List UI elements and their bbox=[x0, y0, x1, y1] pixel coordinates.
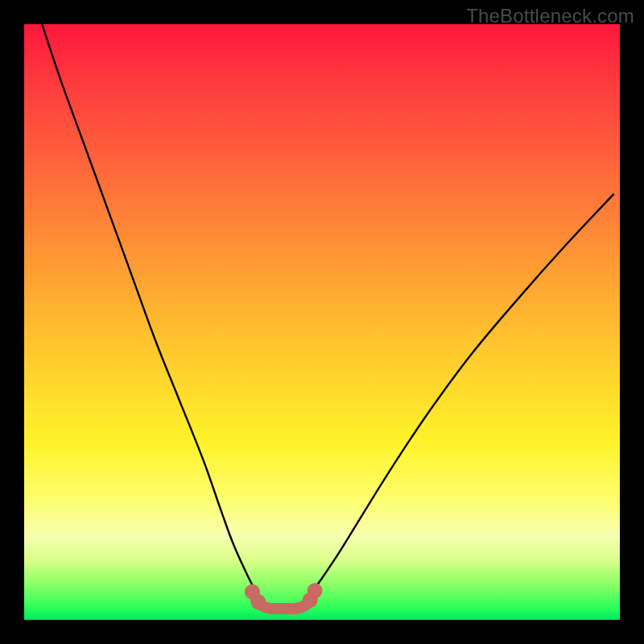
chart-plot-area bbox=[24, 24, 620, 620]
watermark-text: TheBottleneck.com bbox=[466, 5, 634, 27]
chart-svg bbox=[24, 24, 620, 620]
dot bbox=[250, 594, 266, 609]
series-right-curve bbox=[304, 194, 614, 601]
chart-frame: TheBottleneck.com bbox=[0, 0, 644, 644]
dot bbox=[308, 583, 323, 598]
series-left-curve bbox=[42, 24, 262, 601]
